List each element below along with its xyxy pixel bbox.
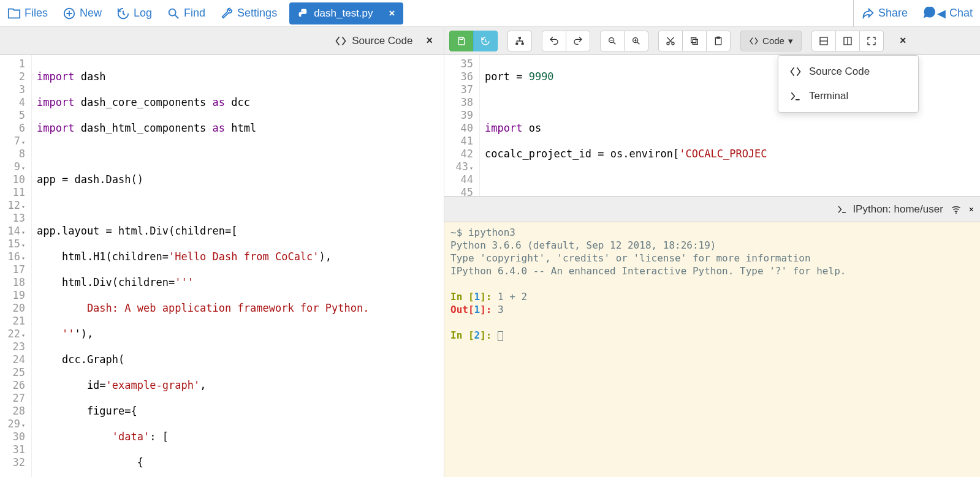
terminal-icon (789, 90, 802, 102)
paste-button[interactable] (706, 31, 731, 51)
terminal-header: IPython: home/user × (444, 197, 980, 222)
code-dropdown-menu: Source Code Terminal (778, 55, 919, 113)
time-travel-button[interactable] (473, 31, 498, 51)
dropdown-source-label: Source Code (809, 66, 870, 78)
wifi-icon[interactable] (951, 204, 962, 215)
tab-close-icon[interactable]: × (389, 7, 395, 20)
copy-button[interactable] (682, 31, 707, 51)
split-col-button[interactable] (835, 31, 860, 51)
svg-point-15 (955, 212, 957, 213)
save-icon (457, 36, 466, 46)
dropdown-source-code[interactable]: Source Code (778, 59, 918, 84)
undo-icon (549, 36, 559, 46)
undo-button[interactable] (542, 31, 566, 51)
code-dropdown-button[interactable]: Code ▾ (740, 31, 802, 51)
svg-rect-2 (518, 37, 521, 39)
new-label: New (80, 7, 102, 20)
folder-icon (7, 7, 21, 20)
zoom-out-button[interactable] (600, 31, 625, 51)
code-icon (749, 36, 759, 46)
terminal-line: In [1]: 1 + 2 (450, 290, 974, 303)
log-label: Log (134, 7, 152, 20)
svg-rect-4 (522, 42, 524, 44)
caret-down-icon: ▾ (788, 36, 793, 47)
log-menu[interactable]: Log (109, 0, 159, 27)
dropdown-terminal[interactable]: Terminal (778, 84, 918, 108)
terminal-line: ~$ ipython3 (450, 226, 974, 239)
tab-filename: dash_test.py (314, 7, 373, 20)
left-header-title: Source Code (352, 35, 412, 47)
files-label: Files (25, 7, 48, 20)
sitemap-button[interactable] (507, 31, 532, 51)
terminal-close-button[interactable]: × (969, 205, 974, 214)
terminal-line: Out[1]: 3 (450, 303, 974, 316)
terminal-line: In [2]: (450, 329, 974, 342)
zoom-in-icon (631, 36, 641, 46)
svg-point-1 (169, 9, 176, 15)
wrench-icon (220, 7, 234, 20)
expand-button[interactable] (859, 31, 884, 51)
right-close-button[interactable]: × (894, 34, 913, 47)
copy-icon (689, 36, 699, 46)
zoom-in-button[interactable] (624, 31, 648, 51)
plus-circle-icon (63, 7, 76, 20)
code-icon (335, 35, 347, 47)
chat-menu[interactable]: ◀ Chat (915, 0, 980, 27)
new-menu[interactable]: New (55, 0, 109, 27)
paste-icon (713, 36, 723, 46)
terminal-body[interactable]: ~$ ipython3 Python 3.6.6 (default, Sep 1… (444, 222, 980, 477)
share-icon (861, 7, 875, 20)
terminal-cursor (498, 331, 503, 341)
left-code-editor[interactable]: 1 2 3 4 5 6 7 8 9 10 11 12 13 14 15 16 1… (0, 55, 444, 477)
chat-caret-icon: ◀ (937, 7, 946, 20)
left-gutter: 1 2 3 4 5 6 7 8 9 10 11 12 13 14 15 16 1… (0, 55, 32, 477)
expand-icon (867, 36, 876, 46)
terminal-title: IPython: home/user (853, 203, 943, 216)
settings-menu[interactable]: Settings (213, 0, 284, 27)
terminal-line: IPython 6.4.0 -- An enhanced Interactive… (450, 265, 974, 277)
save-button[interactable] (449, 31, 474, 51)
share-menu[interactable]: Share (854, 0, 915, 27)
dropdown-terminal-label: Terminal (809, 90, 848, 102)
settings-label: Settings (237, 7, 277, 20)
search-icon (167, 7, 180, 20)
redo-button[interactable] (566, 31, 590, 51)
split-col-icon (843, 36, 853, 46)
chat-icon (922, 7, 936, 20)
left-pane-header: Source Code × (0, 27, 444, 55)
code-icon (789, 66, 802, 78)
files-menu[interactable]: Files (0, 0, 55, 27)
left-code-body[interactable]: import dash import dash_core_components … (32, 55, 444, 477)
right-toolbar: Code ▾ × (444, 27, 980, 55)
cut-icon (666, 36, 675, 46)
find-menu[interactable]: Find (159, 0, 213, 27)
file-tab[interactable]: dash_test.py × (289, 2, 403, 24)
left-close-button[interactable]: × (420, 34, 439, 47)
terminal-icon (837, 204, 848, 215)
split-row-button[interactable] (811, 31, 836, 51)
redo-icon (573, 36, 583, 46)
terminal-line: Python 3.6.6 (default, Sep 12 2018, 18:2… (450, 239, 974, 252)
svg-rect-9 (693, 39, 697, 44)
python-icon (298, 8, 309, 19)
history-icon (116, 7, 130, 20)
svg-rect-3 (515, 42, 518, 44)
sitemap-icon (515, 36, 525, 46)
chat-label: Chat (949, 7, 973, 20)
svg-rect-10 (691, 37, 696, 42)
code-dropdown-label: Code (762, 36, 784, 46)
share-label: Share (878, 7, 908, 20)
find-label: Find (184, 7, 205, 20)
terminal-line: Type 'copyright', 'credits' or 'license'… (450, 252, 974, 265)
split-row-icon (819, 36, 829, 46)
cut-button[interactable] (658, 31, 683, 51)
history-icon (481, 36, 490, 46)
zoom-out-icon (607, 36, 617, 46)
